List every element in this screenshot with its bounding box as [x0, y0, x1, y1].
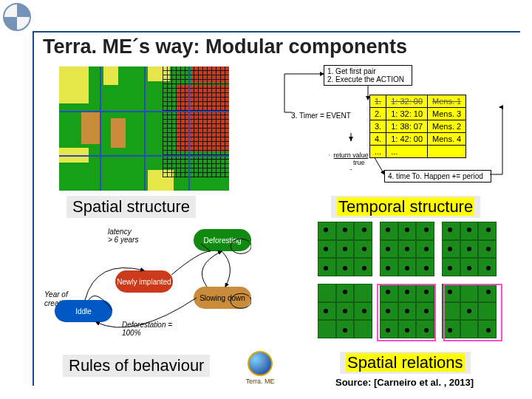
highlight-box	[377, 284, 436, 341]
schedule-table: 1.1: 32: 00Mens. 1 2.1: 32: 10Mens. 3 3.…	[369, 95, 466, 158]
node-newly: Newly implanted	[115, 270, 173, 293]
label-spatial-relations: Spatial relations	[340, 352, 471, 374]
terrame-logo: Terra. ME	[238, 351, 282, 384]
relation-cell	[318, 222, 372, 276]
relation-cell	[442, 222, 497, 276]
table-row: 2.1: 32: 10Mens. 3	[370, 108, 466, 120]
flow-decision: return value	[329, 140, 373, 170]
node-slowing: Slowing down	[194, 287, 251, 309]
deforestation-label-1: Deforestation =	[122, 321, 172, 329]
horizontal-rule	[33, 31, 520, 33]
terrame-logo-text: Terra. ME	[245, 378, 274, 385]
flow-step2: 2. Execute the ACTION	[327, 75, 409, 83]
latency-label-2: > 6 years	[108, 236, 138, 244]
rules-diagram: latency > 6 years Year of creation Defor…	[44, 229, 251, 355]
flow-return-label: return value	[333, 151, 369, 159]
spatial-structure-map	[59, 66, 229, 191]
flow-timer-label: 3. Timer = EVENT	[288, 110, 354, 121]
label-rules: Rules of behaviour	[63, 355, 210, 377]
slide-title: Terra. ME´s way: Modular components	[43, 35, 407, 58]
table-row: ......	[370, 146, 466, 158]
table-row: 3.1: 38: 07Mens. 2	[370, 120, 466, 133]
year-label-1: Year of	[44, 290, 68, 299]
relation-cell	[318, 284, 372, 338]
vertical-rule	[33, 31, 34, 386]
deforestation-label-2: 100%	[122, 329, 141, 337]
inpe-logo	[3, 3, 31, 31]
node-deforesting: Deforesting	[194, 229, 251, 251]
node-idle: Iddle	[55, 300, 112, 322]
flow-true-label: true	[353, 159, 365, 166]
relation-cell	[380, 222, 434, 276]
flow-step1: 1. Get first pair	[327, 67, 409, 75]
source-citation: Source: [Carneiro et al. , 2013]	[335, 377, 474, 388]
label-spatial-structure: Spatial structure	[66, 196, 196, 218]
highlight-box	[443, 284, 502, 341]
flow-step-box: 1. Get first pair 2. Execute the ACTION	[324, 65, 412, 86]
latency-label-1: latency	[108, 228, 132, 236]
label-temporal-structure: Temporal structure	[331, 196, 480, 218]
table-row: 4.1: 42: 00Mens. 4	[370, 133, 466, 146]
flow-step4-box: 4. time To. Happen += period	[384, 170, 491, 183]
table-row: 1.1: 32: 00Mens. 1	[370, 95, 466, 108]
